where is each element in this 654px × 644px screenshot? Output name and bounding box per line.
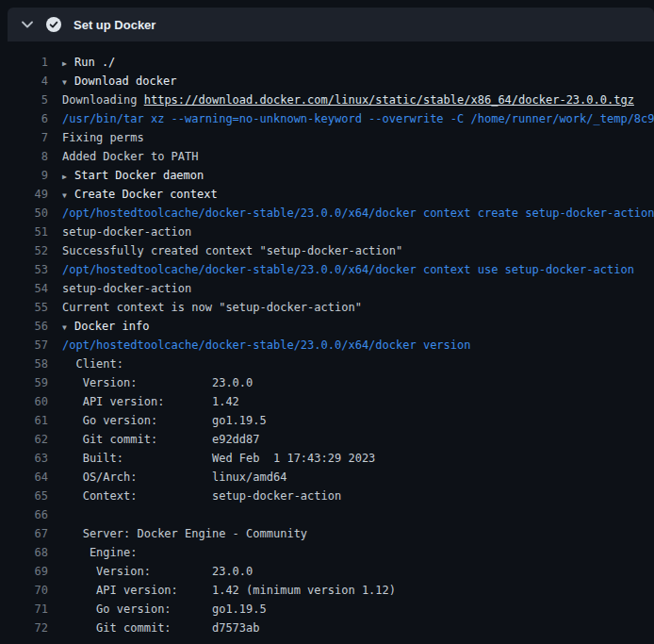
line-number[interactable]: 54 — [0, 279, 48, 298]
line-number[interactable]: 70 — [0, 581, 48, 600]
log-line: 51setup-docker-action — [0, 223, 654, 241]
log-segment: /opt/hostedtoolcache/docker-stable/23.0.… — [62, 339, 470, 352]
line-number[interactable]: 71 — [0, 600, 48, 619]
log-line: 55Current context is now "setup-docker-a… — [0, 298, 654, 317]
log-segment: Successfully created context "setup-dock… — [62, 244, 402, 257]
log-line: 6/usr/bin/tar xz --warning=no-unknown-ke… — [0, 109, 654, 128]
line-number[interactable]: 49 — [0, 185, 48, 204]
log-group-toggle[interactable]: ▶Run ./ — [48, 53, 115, 72]
log-group-toggle[interactable]: ▼Docker info — [48, 317, 149, 336]
line-number[interactable]: 55 — [0, 298, 48, 317]
line-number[interactable]: 9 — [0, 166, 48, 185]
log-line: 69 Version: 23.0.0 — [0, 562, 654, 581]
log-line: 63 Built: Wed Feb 1 17:43:29 2023 — [0, 449, 654, 468]
triangle-right-icon: ▶ — [62, 55, 74, 72]
log-segment: Start Docker daemon — [74, 169, 204, 182]
log-segment: Create Docker context — [74, 188, 218, 201]
log-line: 62 Git commit: e92dd87 — [0, 430, 654, 449]
line-number[interactable]: 1 — [0, 53, 48, 72]
line-number[interactable]: 8 — [0, 147, 48, 166]
line-number[interactable]: 52 — [0, 241, 48, 260]
line-number[interactable]: 61 — [0, 411, 48, 430]
log-text: setup-docker-action — [48, 279, 191, 298]
log-line: 58 Client: — [0, 355, 654, 373]
line-number[interactable]: 68 — [0, 543, 48, 562]
chevron-down-icon[interactable] — [21, 18, 34, 31]
line-number[interactable]: 5 — [0, 91, 48, 109]
log-group-toggle[interactable]: ▼Create Docker context — [48, 185, 218, 204]
line-number[interactable]: 56 — [0, 317, 48, 336]
log-segment: Go version: go1.19.5 — [62, 603, 267, 616]
line-number[interactable]: 60 — [0, 392, 48, 411]
line-number[interactable]: 66 — [0, 505, 48, 524]
log-text: Git commit: d7573ab — [48, 619, 260, 637]
log-group-toggle[interactable]: ▶Start Docker daemon — [48, 166, 204, 185]
log-segment: Git commit: d7573ab — [62, 621, 260, 635]
log-text: Fixing perms — [48, 128, 144, 147]
log-text: Git commit: e92dd87 — [48, 430, 260, 449]
line-number[interactable]: 62 — [0, 430, 48, 449]
log-text: API version: 1.42 (minimum version 1.12) — [48, 581, 396, 600]
triangle-down-icon: ▼ — [62, 74, 74, 91]
log-text: Client: — [48, 355, 123, 373]
line-number[interactable]: 67 — [0, 524, 48, 543]
log-text: Version: 23.0.0 — [48, 562, 253, 581]
log-segment: Fixing perms — [62, 131, 144, 144]
check-circle-icon — [46, 17, 61, 32]
line-number[interactable]: 6 — [0, 109, 48, 128]
log-line: 5Downloading https://download.docker.com… — [0, 91, 654, 109]
log-segment: setup-docker-action — [62, 225, 191, 239]
line-number[interactable]: 7 — [0, 128, 48, 147]
log-segment: Run ./ — [74, 56, 115, 69]
log-line: 68 Engine: — [0, 543, 654, 562]
line-number[interactable]: 63 — [0, 449, 48, 468]
log-segment: Download docker — [74, 74, 176, 88]
line-number[interactable]: 57 — [0, 336, 48, 355]
log-segment: /opt/hostedtoolcache/docker-stable/23.0.… — [62, 263, 634, 276]
log-line: 59 Version: 23.0.0 — [0, 373, 654, 392]
log-lines: 1▶Run ./4▼Download docker5Downloading ht… — [0, 41, 654, 644]
log-text: Current context is now "setup-docker-act… — [48, 298, 362, 317]
line-number[interactable]: 64 — [0, 468, 48, 487]
log-text: OS/Arch: linux/amd64 — [48, 468, 286, 487]
log-text: Go version: go1.19.5 — [48, 600, 267, 619]
log-text: Downloading https://download.docker.com/… — [48, 91, 634, 109]
log-line: 4▼Download docker — [0, 72, 654, 91]
triangle-down-icon: ▼ — [62, 319, 74, 336]
log-segment: OS/Arch: linux/amd64 — [62, 471, 286, 484]
log-line: 67 Server: Docker Engine - Community — [0, 524, 654, 543]
log-segment: Version: 23.0.0 — [62, 565, 253, 578]
log-text — [48, 505, 62, 524]
line-number[interactable]: 50 — [0, 204, 48, 223]
line-number[interactable]: 4 — [0, 72, 48, 91]
line-number[interactable]: 69 — [0, 562, 48, 581]
log-line: 50/opt/hostedtoolcache/docker-stable/23.… — [0, 204, 654, 223]
log-group-toggle[interactable]: ▼Download docker — [48, 72, 176, 91]
log-link[interactable]: https://download.docker.com/linux/static… — [144, 93, 634, 107]
line-number[interactable]: 59 — [0, 373, 48, 392]
log-text: Context: setup-docker-action — [48, 487, 341, 505]
line-number[interactable]: 53 — [0, 260, 48, 279]
log-text: Engine: — [48, 543, 137, 562]
log-segment: Current context is now "setup-docker-act… — [62, 301, 362, 314]
log-segment: /opt/hostedtoolcache/docker-stable/23.0.… — [62, 206, 654, 220]
step-header[interactable]: Set up Docker — [8, 8, 654, 41]
line-number[interactable]: 65 — [0, 487, 48, 505]
step-title: Set up Docker — [74, 18, 155, 32]
log-segment: Engine: — [62, 546, 137, 559]
log-text: Go version: go1.19.5 — [48, 411, 267, 430]
line-number[interactable]: 58 — [0, 355, 48, 373]
line-number[interactable]: 72 — [0, 619, 48, 637]
log-line: 7Fixing perms — [0, 128, 654, 147]
log-segment: Client: — [62, 357, 123, 371]
log-segment: API version: 1.42 (minimum version 1.12) — [62, 584, 396, 597]
log-text: Built: Wed Feb 1 17:43:29 2023 — [48, 449, 375, 468]
log-line: 53/opt/hostedtoolcache/docker-stable/23.… — [0, 260, 654, 279]
log-text: /usr/bin/tar xz --warning=no-unknown-key… — [48, 109, 654, 128]
log-segment: /usr/bin/tar xz --warning=no-unknown-key… — [62, 112, 654, 125]
log-segment: Server: Docker Engine - Community — [62, 527, 307, 540]
log-segment: Version: 23.0.0 — [62, 376, 253, 389]
line-number[interactable]: 51 — [0, 223, 48, 241]
triangle-right-icon: ▶ — [62, 168, 74, 185]
log-text: Server: Docker Engine - Community — [48, 524, 307, 543]
